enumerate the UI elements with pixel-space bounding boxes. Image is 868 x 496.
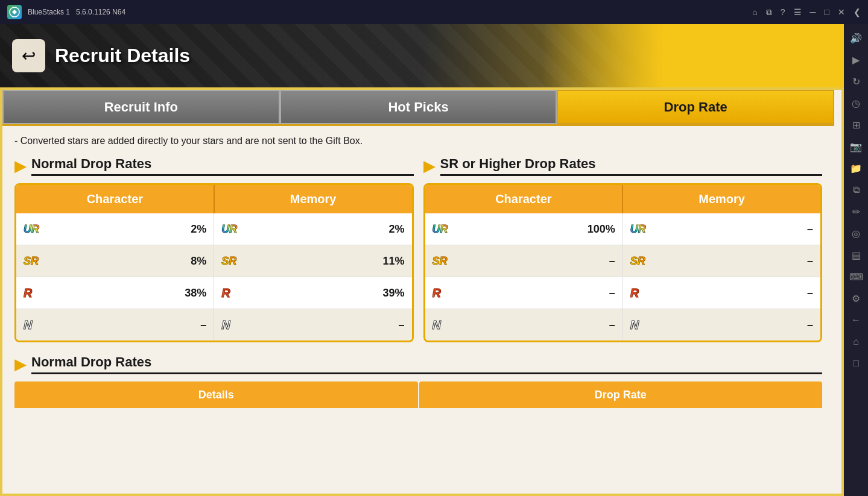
- sr-arrow-icon: ▶: [423, 158, 434, 175]
- sr-char-r-rate: –: [441, 287, 615, 300]
- table-row: R – R –: [425, 277, 821, 309]
- normal-table-header: Character Memory: [16, 185, 412, 213]
- sidebar-edit-icon[interactable]: ✏: [847, 202, 865, 221]
- sr-rate-table: Character Memory UR 100%: [423, 183, 823, 342]
- sidebar-home-icon[interactable]: ⌂: [847, 333, 865, 351]
- normal-char-r-rate: 38%: [32, 287, 206, 300]
- tab-hot-picks[interactable]: Hot Picks: [280, 90, 557, 124]
- sr-char-header: Character: [425, 185, 624, 213]
- app-logo: [7, 5, 22, 19]
- help-icon[interactable]: ?: [781, 7, 785, 17]
- table-row: SR 8% SR 11%: [16, 245, 412, 277]
- sr-mem-n-rate: –: [639, 319, 813, 331]
- sidebar-camera-icon[interactable]: 📷: [847, 137, 865, 155]
- sr-mem-badge: SR: [221, 255, 236, 268]
- sr-char-n-cell: N –: [425, 309, 623, 341]
- normal-mem-ur-cell: UR 2%: [214, 213, 411, 245]
- content-area: - Converted stars are added directly to …: [2, 126, 834, 418]
- normal-mem-header: Memory: [215, 185, 412, 213]
- normal-mem-r-cell: R 39%: [214, 277, 411, 309]
- n-sr-mem-badge: N: [630, 318, 639, 332]
- normal-mem-sr-rate: 11%: [236, 255, 404, 268]
- sidebar-keyboard-icon[interactable]: ⌨: [847, 268, 865, 286]
- n-char-badge: N: [24, 318, 32, 332]
- normal-char-ur-rate: 2%: [39, 223, 206, 236]
- sr-mem-ur-rate: –: [646, 223, 813, 236]
- sidebar-layers-icon[interactable]: ⧉: [847, 181, 865, 199]
- header-decoration: [542, 24, 844, 87]
- r-mem-badge: R: [221, 286, 230, 300]
- sidebar-refresh-icon[interactable]: ↻: [847, 72, 865, 90]
- table-row: N – N –: [425, 309, 821, 341]
- sr-mem-header: Memory: [623, 185, 820, 213]
- maximize-icon[interactable]: □: [825, 7, 829, 17]
- sr-mem-r-rate: –: [639, 287, 813, 300]
- sidebar-arrow-left-icon[interactable]: ←: [847, 311, 865, 329]
- bottom-section: ▶ Normal Drop Rates Details Drop Rate: [14, 354, 822, 408]
- sidebar-map-icon[interactable]: ◎: [847, 224, 865, 242]
- sr-sr-char-badge: SR: [432, 255, 448, 268]
- n-mem-badge: N: [221, 318, 230, 332]
- minimize-icon[interactable]: ─: [810, 7, 816, 17]
- sidebar-grid-icon[interactable]: ⊞: [847, 116, 865, 134]
- sidebar-settings-icon[interactable]: ⚙: [847, 289, 865, 307]
- sr-char-ur-rate: 100%: [448, 223, 615, 236]
- sr-char-ur-cell: UR 100%: [425, 213, 623, 245]
- main-area: ↩ Recruit Details Recruit Info Hot Picks…: [0, 24, 844, 496]
- sidebar-phone-icon[interactable]: □: [847, 354, 865, 372]
- normal-mem-n-cell: N –: [214, 309, 411, 341]
- r-char-badge: R: [24, 286, 32, 300]
- right-sidebar: 🔊 ▶ ↻ ◷ ⊞ 📷 📁 ⧉ ✏ ◎ ▤ ⌨ ⚙ ← ⌂ □: [844, 24, 868, 496]
- normal-char-sr-rate: 8%: [39, 255, 206, 268]
- menu-icon[interactable]: ☰: [794, 7, 802, 17]
- sr-char-sr-rate: –: [448, 255, 615, 268]
- sr-mem-sr-cell: SR –: [623, 245, 820, 277]
- bottom-arrow-icon: ▶: [14, 356, 25, 373]
- normal-char-n-rate: –: [32, 319, 206, 331]
- bottom-tab-bar: Details Drop Rate: [14, 381, 822, 408]
- sr-mem-sr-rate: –: [645, 255, 813, 268]
- ur-sr-mem-badge: UR: [630, 223, 646, 236]
- sr-section-header: ▶ SR or Higher Drop Rates: [423, 156, 823, 176]
- ur-mem-badge: UR: [221, 223, 237, 236]
- title-bar: BlueStacks 1 5.6.0.1126 N64 ⌂ ⧉ ? ☰ ─ □ …: [0, 0, 868, 24]
- sr-table-header: Character Memory: [425, 185, 821, 213]
- r-sr-char-badge: R: [432, 286, 441, 300]
- bottom-section-header: ▶ Normal Drop Rates: [14, 354, 822, 374]
- bottom-tab-details[interactable]: Details: [14, 381, 418, 408]
- bottom-section-title: Normal Drop Rates: [31, 354, 822, 374]
- header-bar: ↩ Recruit Details: [0, 24, 844, 87]
- normal-mem-ur-rate: 2%: [237, 223, 404, 236]
- table-row: UR 2% UR 2%: [16, 213, 412, 245]
- back-nav-icon[interactable]: ❮: [854, 7, 861, 17]
- title-bar-controls: ⌂ ⧉ ? ☰ ─ □ ✕ ❮: [752, 7, 861, 17]
- sr-section-title: SR or Higher Drop Rates: [440, 156, 823, 176]
- n-sr-char-badge: N: [432, 318, 441, 332]
- sidebar-stack-icon[interactable]: ▤: [847, 246, 865, 264]
- close-icon[interactable]: ✕: [838, 7, 845, 17]
- tab-drop-rate[interactable]: Drop Rate: [557, 90, 834, 124]
- normal-drop-section: ▶ Normal Drop Rates Character Memory: [14, 156, 414, 342]
- normal-mem-r-rate: 39%: [230, 287, 405, 300]
- home-icon[interactable]: ⌂: [752, 7, 757, 17]
- normal-section-header: ▶ Normal Drop Rates: [14, 156, 414, 176]
- normal-arrow-icon: ▶: [14, 158, 25, 175]
- table-row: SR – SR –: [425, 245, 821, 277]
- normal-mem-n-rate: –: [230, 319, 405, 331]
- sidebar-volume-icon[interactable]: 🔊: [847, 29, 865, 47]
- sidebar-clock-icon[interactable]: ◷: [847, 94, 865, 112]
- bottom-tab-drop-rate[interactable]: Drop Rate: [419, 381, 823, 408]
- sr-mem-ur-cell: UR –: [623, 213, 820, 245]
- tab-recruit-info[interactable]: Recruit Info: [2, 90, 280, 124]
- sr-higher-drop-section: ▶ SR or Higher Drop Rates Character Memo…: [423, 156, 823, 342]
- sidebar-folder-icon[interactable]: 📁: [847, 159, 865, 177]
- sr-char-n-rate: –: [441, 319, 615, 331]
- normal-mem-sr-cell: SR 11%: [214, 245, 411, 277]
- r-sr-mem-badge: R: [630, 286, 639, 300]
- sidebar-play-icon[interactable]: ▶: [847, 51, 865, 69]
- sr-sr-mem-badge: SR: [630, 255, 645, 268]
- table-row: N – N –: [16, 309, 412, 341]
- sr-table-body: UR 100% UR –: [425, 213, 821, 341]
- layers-icon[interactable]: ⧉: [766, 7, 772, 17]
- panel-container[interactable]: Recruit Info Hot Picks Drop Rate - Conve…: [0, 87, 844, 496]
